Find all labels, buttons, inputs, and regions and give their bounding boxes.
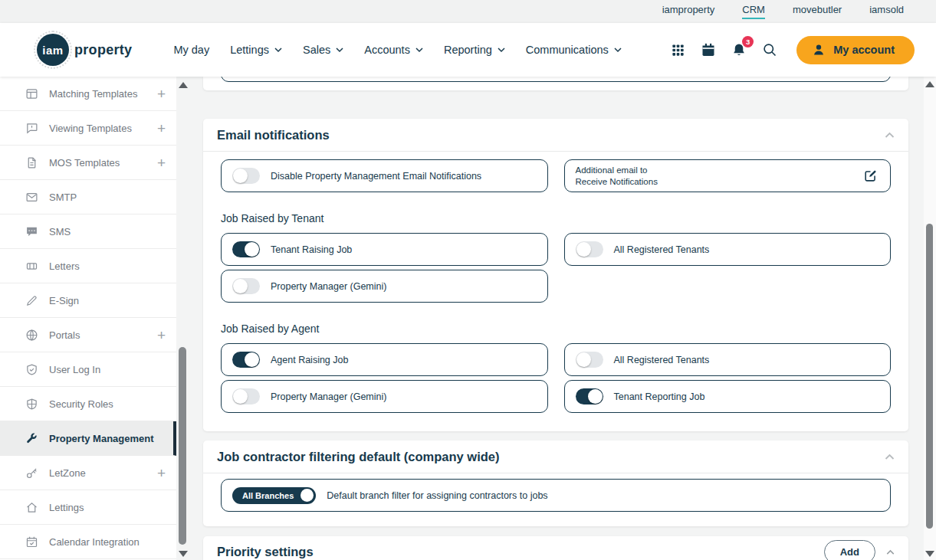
toggle-card-agent-property-manager[interactable]: Property Manager (Gemini)	[221, 380, 548, 413]
iamproperty-logo[interactable]: iam property	[37, 34, 132, 66]
logo-circle: iam	[37, 34, 69, 66]
sidebar-item-mos-templates[interactable]: MOS Templates +	[0, 146, 176, 180]
sidebar-item-letzone[interactable]: LetZone +	[0, 456, 176, 490]
add-priority-button[interactable]: Add	[824, 540, 875, 560]
toggle-switch[interactable]	[232, 352, 260, 368]
additional-email-card[interactable]: Additional email to Receive Notification…	[564, 159, 892, 192]
toggle-card-agent-raising-job[interactable]: Agent Raising Job	[221, 343, 548, 376]
toggle-switch[interactable]	[232, 241, 260, 257]
toggle-switch[interactable]	[232, 278, 260, 294]
toggle-switch[interactable]	[232, 168, 260, 184]
sidebar-item-label: SMTP	[49, 192, 166, 203]
priority-settings-section: Priority settings Add	[203, 536, 908, 560]
expand-plus-icon[interactable]: +	[157, 466, 166, 480]
chevron-down-icon	[498, 47, 505, 53]
email-notifications-header: Email notifications	[203, 119, 908, 152]
product-switcher-bar: iamproperty CRM movebutler iamsold	[0, 0, 936, 23]
sidebar-scrollbar[interactable]	[176, 77, 189, 560]
toggle-card-agent-all-registered[interactable]: All Registered Tenants	[564, 343, 892, 376]
additional-email-line1: Additional email to	[576, 165, 648, 175]
nav-item-sales[interactable]: Sales	[303, 44, 343, 56]
pencil-icon	[25, 294, 38, 307]
calendar-check-icon	[25, 535, 38, 549]
toggle-switch[interactable]	[576, 352, 603, 368]
all-branches-toggle[interactable]: All Branches	[232, 487, 316, 504]
expand-plus-icon[interactable]: +	[157, 328, 166, 342]
sidebar-item-security-roles[interactable]: Security Roles	[0, 387, 176, 421]
sidebar-item-smtp[interactable]: SMTP	[0, 180, 176, 215]
logo-text: property	[74, 42, 132, 58]
page-scrollbar-thumb[interactable]	[926, 224, 933, 529]
toggle-card-tenant-reporting-job[interactable]: Tenant Reporting Job	[564, 380, 892, 413]
job-raised-by-tenant-heading: Job Raised by Tenant	[221, 212, 891, 224]
sidebar-item-property-management[interactable]: Property Management	[0, 421, 176, 456]
toggle-label: Property Manager (Gemini)	[271, 391, 386, 402]
sidebar-item-e-sign[interactable]: E-Sign	[0, 283, 176, 318]
toggle-card-tenant-property-manager[interactable]: Property Manager (Gemini)	[221, 270, 548, 303]
sidebar-item-label: E-Sign	[49, 295, 166, 306]
comment-icon	[25, 122, 38, 135]
edit-icon[interactable]	[862, 169, 878, 184]
additional-email-label: Additional email to Receive Notification…	[576, 165, 852, 188]
scroll-down-icon[interactable]	[925, 551, 934, 557]
sidebar-scrollbar-thumb[interactable]	[179, 347, 186, 545]
nav-item-accounts[interactable]: Accounts	[364, 44, 423, 56]
envelope-icon	[25, 191, 38, 204]
toggle-switch[interactable]	[232, 388, 260, 404]
notification-count-badge: 3	[742, 36, 754, 47]
toggle-card-disable-pm-emails[interactable]: Disable Property Management Email Notifi…	[221, 159, 548, 192]
topbar-link-movebutler[interactable]: movebutler	[793, 4, 842, 19]
nav-right-tools: 3 My account	[668, 36, 915, 64]
sidebar-item-lettings[interactable]: Lettings	[0, 490, 176, 525]
toggle-card-tenant-raising-job[interactable]: Tenant Raising Job	[221, 233, 548, 266]
nav-item-reporting[interactable]: Reporting	[444, 44, 505, 56]
toggle-label: Property Manager (Gemini)	[271, 281, 386, 292]
shield-check-icon	[25, 363, 38, 376]
sidebar-item-viewing-templates[interactable]: Viewing Templates +	[0, 111, 176, 146]
section-title: Priority settings	[217, 545, 824, 559]
toggle-label: Disable Property Management Email Notifi…	[271, 171, 481, 182]
sidebar-item-user-log-in[interactable]: User Log In	[0, 352, 176, 387]
topbar-link-iamsold[interactable]: iamsold	[869, 4, 904, 19]
toggle-switch[interactable]	[576, 388, 603, 404]
toggle-switch[interactable]	[576, 241, 603, 257]
expand-plus-icon[interactable]: +	[157, 156, 166, 170]
nav-item-communications[interactable]: Communications	[526, 44, 622, 56]
sidebar-item-label: Letters	[49, 260, 166, 272]
calendar-icon[interactable]	[698, 40, 718, 60]
all-branches-toggle-label: All Branches	[242, 491, 294, 500]
sidebar-item-portals[interactable]: Portals +	[0, 318, 176, 352]
sidebar-item-calendar-integration[interactable]: Calendar Integration	[0, 525, 176, 559]
sidebar-item-matching-templates[interactable]: Matching Templates +	[0, 77, 176, 111]
expand-plus-icon[interactable]: +	[157, 121, 166, 136]
key-icon	[25, 467, 38, 480]
nav-item-lettings[interactable]: Lettings	[230, 44, 282, 56]
page-scrollbar[interactable]	[924, 77, 936, 560]
apps-grid-icon[interactable]	[668, 40, 688, 60]
job-contractor-filtering-section: Job contractor filtering default (compan…	[203, 440, 908, 526]
nav-item-my-day[interactable]: My day	[173, 44, 209, 56]
toggle-label: Tenant Raising Job	[271, 244, 352, 255]
sidebar-item-letters[interactable]: Letters	[0, 249, 176, 283]
collapse-chevron-icon[interactable]	[886, 549, 895, 555]
scroll-up-icon[interactable]	[179, 82, 188, 88]
scroll-down-icon[interactable]	[179, 551, 188, 557]
topbar-link-crm[interactable]: CRM	[742, 4, 765, 19]
collapse-chevron-icon[interactable]	[885, 454, 895, 460]
collapse-chevron-icon[interactable]	[885, 132, 895, 139]
home-icon	[25, 501, 38, 514]
my-account-button[interactable]: My account	[796, 36, 915, 64]
scroll-up-icon[interactable]	[925, 81, 934, 87]
topbar-link-iamproperty[interactable]: iamproperty	[662, 4, 715, 19]
notifications-bell-icon[interactable]: 3	[729, 40, 749, 60]
expand-plus-icon[interactable]: +	[157, 87, 166, 101]
sidebar-item-label: Matching Templates	[49, 88, 146, 100]
template-icon	[25, 87, 38, 100]
all-branches-toggle-card[interactable]: All Branches Default branch filter for a…	[221, 479, 891, 512]
sidebar-item-sms[interactable]: SMS	[0, 215, 176, 249]
cutoff-input-box[interactable]	[221, 77, 891, 82]
wrench-icon	[25, 432, 38, 445]
section-title: Email notifications	[217, 128, 885, 142]
search-icon[interactable]	[760, 40, 780, 60]
toggle-card-tenant-all-registered[interactable]: All Registered Tenants	[564, 233, 892, 266]
